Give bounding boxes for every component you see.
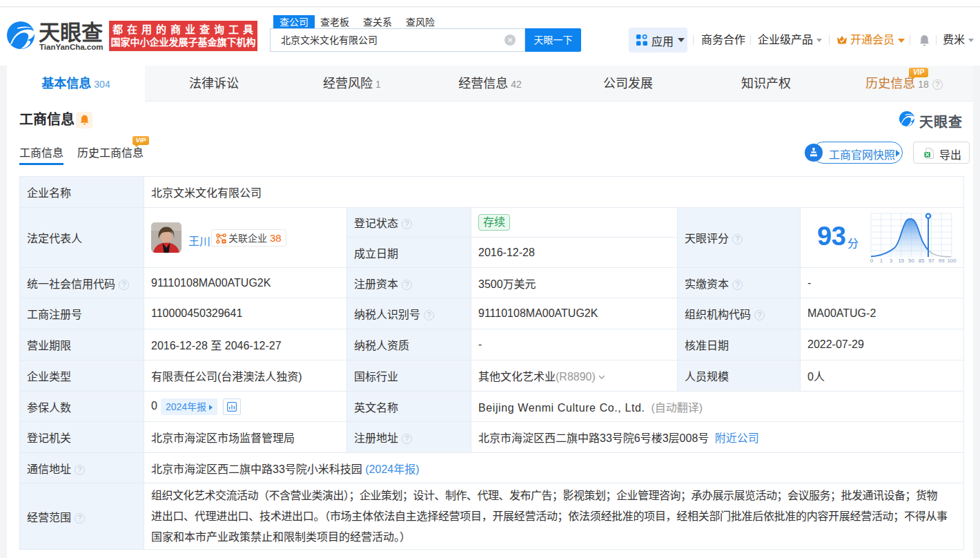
svg-text:3: 3 — [890, 258, 892, 264]
svg-text:100: 100 — [947, 258, 957, 264]
svg-text:15: 15 — [898, 258, 904, 264]
svg-text:50: 50 — [908, 258, 914, 264]
svg-text:1: 1 — [880, 258, 883, 264]
svg-text:99: 99 — [939, 258, 945, 264]
svg-text:0: 0 — [870, 258, 874, 264]
svg-text:85: 85 — [919, 258, 925, 264]
svg-text:97: 97 — [928, 258, 934, 264]
